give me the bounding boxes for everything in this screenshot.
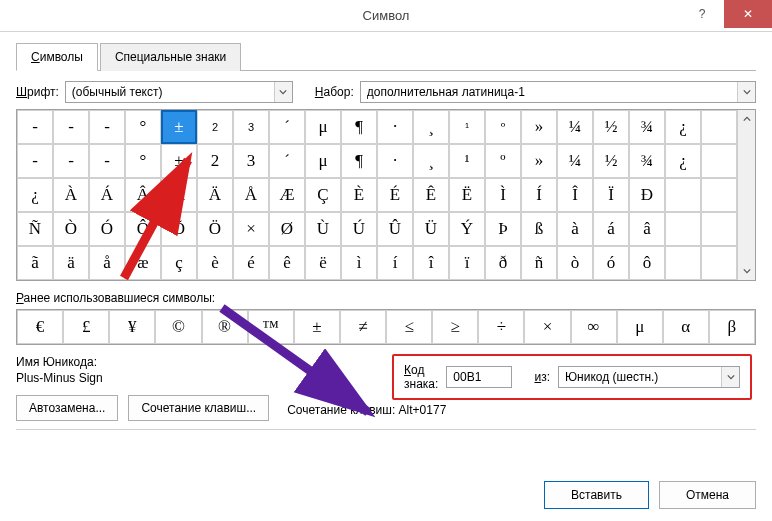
insert-button[interactable]: Вставить — [544, 481, 649, 509]
symbol-cell[interactable]: ç — [161, 246, 197, 280]
symbol-cell[interactable]: æ — [125, 246, 161, 280]
font-combo[interactable] — [65, 81, 293, 103]
symbol-cell[interactable]: Û — [377, 212, 413, 246]
symbol-cell[interactable]: » — [521, 110, 557, 144]
recent-cell[interactable]: ® — [202, 310, 248, 344]
symbol-cell[interactable]: î — [413, 246, 449, 280]
recent-cell[interactable]: ± — [294, 310, 340, 344]
symbol-cell[interactable]: Ë — [449, 178, 485, 212]
symbol-cell[interactable]: ¶ — [341, 144, 377, 178]
symbol-cell[interactable]: · — [377, 144, 413, 178]
symbol-cell[interactable]: » — [521, 144, 557, 178]
symbol-cell[interactable]: Î — [557, 178, 593, 212]
symbol-cell[interactable]: â — [629, 212, 665, 246]
symbol-cell[interactable]: í — [377, 246, 413, 280]
symbol-cell[interactable]: Ê — [413, 178, 449, 212]
help-button[interactable]: ? — [680, 0, 724, 28]
char-code-input[interactable] — [446, 366, 512, 388]
chevron-down-icon[interactable] — [274, 82, 292, 102]
symbol-cell[interactable]: Ô — [125, 212, 161, 246]
from-input[interactable] — [559, 367, 721, 387]
symbol-cell[interactable]: ‐ — [53, 144, 89, 178]
symbol-cell[interactable]: ¼ — [557, 144, 593, 178]
symbol-cell[interactable]: Ú — [341, 212, 377, 246]
symbol-cell[interactable]: ì — [341, 246, 377, 280]
symbol-cell[interactable]: ¿ — [665, 144, 701, 178]
symbol-cell[interactable]: ¾ — [629, 144, 665, 178]
symbol-cell[interactable]: ½ — [593, 144, 629, 178]
symbol-cell[interactable]: ¸ — [413, 144, 449, 178]
symbol-cell[interactable]: ¼ — [557, 110, 593, 144]
chevron-down-icon[interactable] — [737, 82, 755, 102]
recent-cell[interactable]: ™ — [248, 310, 294, 344]
close-button[interactable]: ✕ — [724, 0, 772, 28]
recent-cell[interactable]: β — [709, 310, 755, 344]
symbol-cell[interactable]: Ñ — [17, 212, 53, 246]
symbol-cell[interactable]: ¹ — [449, 110, 485, 144]
symbol-cell[interactable]: ¿ — [17, 178, 53, 212]
symbol-cell[interactable]: ¾ — [629, 110, 665, 144]
symbol-cell[interactable]: ´ — [269, 144, 305, 178]
symbol-cell[interactable]: Ü — [413, 212, 449, 246]
symbol-cell[interactable] — [665, 246, 701, 280]
symbol-cell[interactable]: È — [341, 178, 377, 212]
recent-cell[interactable]: ÷ — [478, 310, 524, 344]
symbol-cell[interactable]: Ó — [89, 212, 125, 246]
symbol-cell[interactable]: ä — [53, 246, 89, 280]
symbol-cell[interactable]: ß — [521, 212, 557, 246]
symbol-cell[interactable]: ë — [305, 246, 341, 280]
symbol-cell[interactable]: º — [485, 110, 521, 144]
symbol-cell[interactable]: ô — [629, 246, 665, 280]
symbol-cell[interactable]: Á — [89, 178, 125, 212]
autocorrect-button[interactable]: Автозамена... — [16, 395, 118, 421]
symbol-cell[interactable]: Í — [521, 178, 557, 212]
symbol-cell[interactable]: μ — [305, 144, 341, 178]
symbol-cell[interactable]: 2 — [197, 110, 233, 144]
symbol-cell[interactable] — [701, 178, 737, 212]
symbol-cell[interactable]: Ý — [449, 212, 485, 246]
symbol-cell[interactable]: Ì — [485, 178, 521, 212]
symbol-cell[interactable]: É — [377, 178, 413, 212]
scroll-down-icon[interactable] — [738, 262, 755, 280]
shortcut-key-button[interactable]: Сочетание клавиш... — [128, 395, 269, 421]
symbol-cell[interactable]: ± — [161, 144, 197, 178]
recent-cell[interactable]: α — [663, 310, 709, 344]
symbol-cell[interactable]: ò — [557, 246, 593, 280]
symbol-cell[interactable]: ° — [125, 110, 161, 144]
symbol-cell[interactable]: Æ — [269, 178, 305, 212]
symbol-cell[interactable]: ó — [593, 246, 629, 280]
symbol-cell[interactable]: · — [377, 110, 413, 144]
symbol-cell[interactable] — [665, 178, 701, 212]
recent-cell[interactable]: £ — [63, 310, 109, 344]
symbol-cell[interactable]: è — [197, 246, 233, 280]
font-input[interactable] — [66, 82, 274, 102]
symbol-cell[interactable]: Ï — [593, 178, 629, 212]
symbol-cell[interactable]: Ö — [197, 212, 233, 246]
symbol-cell[interactable]: - — [89, 110, 125, 144]
symbol-cell[interactable]: - — [17, 144, 53, 178]
recent-cell[interactable]: ∞ — [571, 310, 617, 344]
subset-input[interactable] — [361, 82, 737, 102]
recent-cell[interactable]: € — [17, 310, 63, 344]
symbol-cell[interactable] — [701, 212, 737, 246]
symbol-cell[interactable]: Å — [233, 178, 269, 212]
symbol-cell[interactable]: á — [593, 212, 629, 246]
symbol-cell[interactable]: ° — [125, 144, 161, 178]
symbol-cell[interactable]: é — [233, 246, 269, 280]
symbol-cell[interactable]: À — [53, 178, 89, 212]
symbol-cell[interactable]: Â — [125, 178, 161, 212]
symbol-cell[interactable]: 3 — [233, 110, 269, 144]
symbol-cell[interactable]: × — [233, 212, 269, 246]
chevron-down-icon[interactable] — [721, 367, 739, 387]
subset-combo[interactable] — [360, 81, 756, 103]
symbol-cell[interactable]: ‐ — [53, 110, 89, 144]
symbol-cell[interactable]: Ù — [305, 212, 341, 246]
symbol-cell[interactable]: ã — [17, 246, 53, 280]
symbol-cell[interactable]: 2 — [197, 144, 233, 178]
recent-cell[interactable]: ≠ — [340, 310, 386, 344]
tab-symbols[interactable]: Символы — [16, 43, 98, 71]
recent-cell[interactable]: ≥ — [432, 310, 478, 344]
symbol-cell[interactable]: - — [17, 110, 53, 144]
symbol-cell[interactable]: å — [89, 246, 125, 280]
symbol-cell[interactable]: ï — [449, 246, 485, 280]
